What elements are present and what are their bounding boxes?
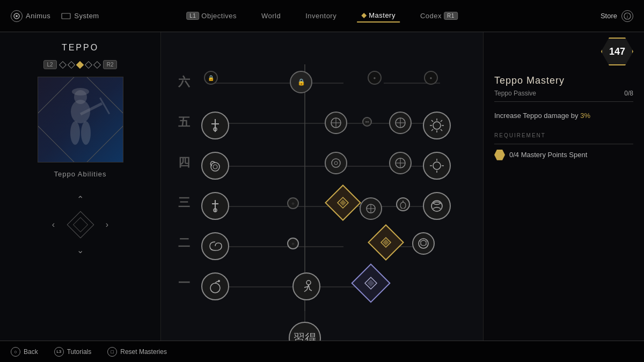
svg-marker-73 — [340, 200, 346, 206]
animus-label: Animus — [26, 12, 50, 20]
node-r2-sm[interactable]: ○ — [287, 238, 299, 249]
node-bottom-main[interactable]: 習得 — [289, 322, 321, 341]
tab-world[interactable]: World — [257, 10, 285, 22]
node-r6-3[interactable]: ● — [424, 71, 438, 85]
system-label: System — [74, 12, 99, 20]
tab-codex[interactable]: Codex R1 — [416, 10, 462, 22]
node-r2-diamond[interactable] — [373, 230, 399, 255]
node-r3-bullet[interactable] — [396, 197, 410, 211]
tutorials-action[interactable]: L3 Tutorials — [54, 347, 92, 357]
tab-inventory[interactable]: Inventory — [301, 10, 341, 22]
tab-mastery[interactable]: Mastery — [357, 9, 400, 23]
store-nav-item[interactable]: Store i — [601, 10, 633, 22]
char-nav-down[interactable]: ⌄ — [77, 245, 84, 255]
node-circle-r5-sm2: ●● — [362, 117, 372, 127]
node-r6-1[interactable]: 🔒 — [290, 71, 312, 93]
row-label-1: 一 — [178, 275, 190, 291]
node-r5-c1[interactable] — [325, 112, 347, 134]
r1-badge: R1 — [444, 12, 458, 20]
reset-action[interactable]: □ Reset Masteries — [107, 347, 167, 357]
right-panel: Teppo Mastery Teppo Passive 0/8 Increase… — [483, 32, 644, 341]
character-portrait — [38, 77, 123, 162]
node-r1-main1[interactable] — [201, 272, 229, 300]
row-label-2: 二 — [178, 235, 190, 251]
crosshair3-icon — [365, 203, 377, 215]
node-r1-diamond[interactable] — [357, 269, 385, 297]
tutorials-button-icon: L3 — [54, 347, 64, 357]
system-icon — [61, 13, 71, 19]
char-abilities-label: Teppo Abilities — [54, 170, 106, 178]
mastery-title: Teppo Mastery — [494, 75, 633, 86]
svg-point-60 — [334, 161, 338, 165]
node-r2-spiral[interactable] — [201, 232, 229, 260]
svg-point-85 — [306, 280, 311, 285]
reset-label: Reset Masteries — [120, 348, 167, 356]
bomb-icon — [208, 279, 223, 294]
mastery-dot-3[interactable] — [76, 61, 84, 68]
node-r2-shield[interactable] — [412, 232, 435, 255]
node-r4-c1[interactable] — [325, 152, 347, 174]
row-label-6: 六 — [178, 74, 190, 90]
char-nav-left[interactable]: ‹ — [52, 220, 55, 230]
mastery-dot-5[interactable] — [93, 61, 101, 68]
lock-icon-2: 🔒 — [297, 78, 305, 86]
sword2-icon — [208, 198, 223, 213]
node-circle-r5-sun — [423, 112, 451, 139]
char-nav-up[interactable]: ⌃ — [77, 194, 84, 204]
node-r3-sword[interactable] — [201, 192, 229, 220]
node-r3-c1[interactable] — [360, 197, 382, 220]
character-silhouette — [46, 82, 115, 157]
lock-small-icon: ● — [374, 76, 376, 80]
mastery-dot-4[interactable] — [85, 61, 92, 68]
bullet-icon — [399, 200, 407, 209]
crosshair-icon — [330, 116, 342, 129]
mastery-dots-row: L2 R2 — [43, 60, 118, 69]
mastery-subtitle-text: Teppo Passive — [494, 90, 536, 97]
req-hex-icon — [494, 150, 505, 160]
tab-objectives[interactable]: L1 Objectives — [182, 10, 241, 22]
shield-icon — [417, 237, 430, 250]
node-r4-sun2[interactable] — [423, 152, 451, 180]
target-icon-r4 — [394, 157, 407, 169]
node-r4-c2[interactable] — [389, 152, 412, 174]
mastery-highlight: 3% — [580, 112, 590, 120]
currency-amount: 147 — [609, 46, 625, 57]
node-r3-diamond[interactable] — [330, 190, 356, 216]
diamond-node-r1 — [351, 263, 391, 303]
back-action[interactable]: ○ Back — [11, 347, 38, 357]
svg-line-56 — [431, 129, 433, 131]
gear-icon-r4 — [330, 157, 342, 169]
system-nav-item[interactable]: System — [61, 12, 99, 20]
node-r5-main[interactable] — [201, 112, 229, 139]
node-r3-sm[interactable]: ○ — [287, 197, 299, 209]
svg-point-59 — [332, 159, 340, 167]
svg-point-12 — [72, 88, 89, 95]
node-r6-2[interactable]: ● — [368, 71, 382, 85]
node-r5-sun[interactable] — [423, 112, 451, 139]
svg-rect-2 — [62, 13, 70, 19]
node-circle-r3-bullet — [396, 197, 410, 211]
node-circle-r5-c2 — [389, 112, 412, 134]
snail-icon — [208, 158, 223, 173]
animus-nav-item[interactable]: Animus — [11, 10, 50, 22]
mastery-dot-2[interactable] — [68, 61, 75, 68]
node-r5-c2[interactable] — [389, 112, 412, 134]
mastery-dot-1[interactable] — [59, 61, 67, 68]
node-r3-wind[interactable] — [423, 192, 451, 220]
reset-button-icon: □ — [107, 347, 117, 357]
bottom-bar: ○ Back L3 Tutorials □ Reset Masteries — [0, 341, 644, 362]
node-r1-main2[interactable] — [292, 272, 320, 300]
svg-point-64 — [433, 162, 441, 169]
lock-icon: 🔒 — [208, 75, 214, 81]
node-r6-lock[interactable]: 🔒 — [204, 71, 218, 85]
node-circle-r1-main1 — [201, 272, 229, 300]
req-item: 0/4 Mastery Points Spent — [494, 150, 633, 160]
node-r5-sm2[interactable]: ●● — [362, 117, 372, 127]
store-icon: i — [621, 10, 633, 22]
nav-center: L1 Objectives World Inventory Mastery Co… — [182, 9, 462, 23]
char-nav-right[interactable]: › — [106, 220, 108, 230]
node-r4-main[interactable] — [201, 152, 229, 180]
lock-small-icon-2: ● — [430, 76, 433, 80]
sun-icon — [429, 117, 445, 134]
char-cross-nav: ‹ › — [43, 209, 118, 241]
